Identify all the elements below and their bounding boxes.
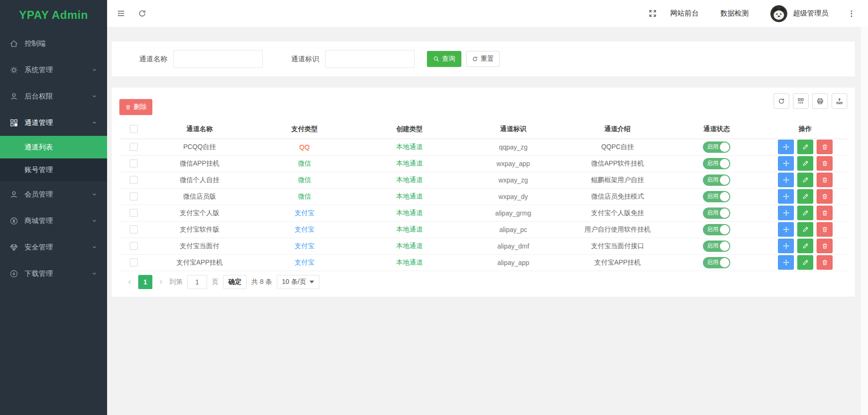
status-toggle[interactable]: 启用 bbox=[703, 241, 730, 252]
status-toggle[interactable]: 启用 bbox=[703, 141, 730, 153]
edit-button[interactable] bbox=[797, 206, 813, 220]
cell-create-type: 本地通道 bbox=[358, 139, 461, 155]
table-print-button[interactable] bbox=[812, 93, 828, 109]
row-checkbox[interactable] bbox=[130, 176, 138, 184]
edit-button[interactable] bbox=[797, 189, 813, 204]
page-size-select[interactable]: 10 条/页 bbox=[277, 275, 319, 289]
cell-pay-type: QQ bbox=[251, 139, 358, 155]
select-all-checkbox[interactable] bbox=[130, 125, 138, 133]
move-button[interactable] bbox=[778, 156, 794, 171]
status-toggle[interactable]: 启用 bbox=[703, 257, 730, 268]
reset-button[interactable]: 重置 bbox=[466, 51, 500, 67]
more-vertical-icon[interactable] bbox=[847, 9, 856, 18]
delete-row-button[interactable] bbox=[817, 189, 833, 204]
move-button[interactable] bbox=[778, 173, 794, 187]
chevron-down-icon bbox=[91, 93, 98, 100]
sidebar-item-system[interactable]: 系统管理 bbox=[0, 57, 107, 83]
delete-row-button[interactable] bbox=[817, 255, 833, 270]
submenu-item-channel-list[interactable]: 通道列表 bbox=[0, 136, 107, 158]
delete-row-button[interactable] bbox=[817, 140, 833, 154]
delete-row-button[interactable] bbox=[817, 173, 833, 187]
trash-icon bbox=[821, 209, 828, 216]
current-page[interactable]: 1 bbox=[138, 275, 152, 289]
row-checkbox[interactable] bbox=[130, 242, 138, 250]
move-button[interactable] bbox=[778, 222, 794, 237]
edit-button[interactable] bbox=[797, 239, 813, 253]
move-button[interactable] bbox=[778, 255, 794, 270]
edit-button[interactable] bbox=[797, 156, 813, 171]
row-checkbox[interactable] bbox=[130, 225, 138, 233]
sidebar-item-channels[interactable]: 通道管理 bbox=[0, 109, 107, 136]
fullscreen-icon[interactable] bbox=[648, 9, 657, 18]
status-toggle[interactable]: 启用 bbox=[703, 158, 730, 169]
topbar-right: 网站前台 数据检测 超级管理员 bbox=[648, 5, 859, 22]
move-button[interactable] bbox=[778, 206, 794, 220]
row-checkbox[interactable] bbox=[130, 192, 138, 200]
channel-code-input[interactable] bbox=[325, 50, 415, 68]
edit-button[interactable] bbox=[797, 255, 813, 270]
move-icon bbox=[783, 160, 790, 167]
confirm-page-button[interactable]: 确定 bbox=[223, 275, 247, 289]
avatar[interactable] bbox=[770, 5, 787, 22]
move-button[interactable] bbox=[778, 140, 794, 154]
sidebar-item-mall[interactable]: 商城管理 bbox=[0, 208, 107, 234]
table-refresh-button[interactable] bbox=[774, 93, 789, 109]
cell-create-type: 本地通道 bbox=[358, 238, 461, 254]
channel-name-input[interactable] bbox=[173, 50, 263, 68]
collapse-menu-icon[interactable] bbox=[117, 9, 125, 18]
status-toggle[interactable]: 启用 bbox=[703, 224, 730, 235]
nav-data-monitor[interactable]: 数据检测 bbox=[720, 9, 749, 18]
delete-button[interactable]: 删除 bbox=[119, 99, 152, 115]
sidebar-item-download[interactable]: 下载管理 bbox=[0, 260, 107, 287]
table-export-button[interactable] bbox=[832, 93, 847, 109]
goto-page-input[interactable] bbox=[187, 275, 207, 289]
sidebar-item-label: 后台权限 bbox=[25, 92, 53, 101]
edit-button[interactable] bbox=[797, 222, 813, 237]
search-panel: 通道名称 通道标识 查询 重置 bbox=[112, 42, 855, 76]
row-checkbox[interactable] bbox=[130, 143, 138, 151]
table-toolbar: 删除 bbox=[119, 99, 847, 115]
next-page-icon[interactable] bbox=[157, 278, 165, 286]
table-row: 支付宝APP挂机 支付宝 本地通道 alipay_app 支付宝APP挂机 启用 bbox=[119, 254, 847, 271]
status-toggle-label: 启用 bbox=[707, 258, 718, 266]
query-button[interactable]: 查询 bbox=[427, 51, 461, 67]
row-checkbox[interactable] bbox=[130, 209, 138, 217]
sidebar-item-members[interactable]: 会员管理 bbox=[0, 181, 107, 208]
delete-row-button[interactable] bbox=[817, 239, 833, 253]
delete-row-button[interactable] bbox=[817, 222, 833, 237]
table-row: 支付宝个人版 支付宝 本地通道 alipay_grmg 支付宝个人版免挂 启用 bbox=[119, 205, 847, 221]
table-row: 微信个人自挂 微信 本地通道 wxpay_zg 鲲鹏框架用户自挂 启用 bbox=[119, 172, 847, 188]
sidebar-item-control[interactable]: 控制端 bbox=[0, 30, 107, 57]
row-checkbox[interactable] bbox=[130, 159, 138, 167]
move-button[interactable] bbox=[778, 189, 794, 204]
scrollbar[interactable] bbox=[861, 27, 868, 415]
cell-pay-type: 支付宝 bbox=[251, 221, 358, 238]
row-actions bbox=[763, 189, 847, 204]
status-toggle[interactable]: 启用 bbox=[703, 208, 730, 219]
columns-icon bbox=[797, 97, 805, 105]
delete-row-button[interactable] bbox=[817, 206, 833, 220]
print-icon bbox=[816, 97, 824, 105]
refresh-icon[interactable] bbox=[138, 9, 147, 18]
delete-row-button[interactable] bbox=[817, 156, 833, 171]
cell-create-type: 本地通道 bbox=[358, 254, 461, 271]
row-checkbox[interactable] bbox=[130, 258, 138, 266]
nav-site-front[interactable]: 网站前台 bbox=[670, 9, 699, 18]
status-toggle[interactable]: 启用 bbox=[703, 191, 730, 202]
edit-button[interactable] bbox=[797, 140, 813, 154]
channel-code-label: 通道标识 bbox=[291, 55, 319, 64]
chevron-down-icon bbox=[91, 270, 98, 277]
topbar: 网站前台 数据检测 超级管理员 bbox=[107, 0, 868, 27]
submenu-item-account-manage[interactable]: 账号管理 bbox=[0, 158, 107, 181]
table-columns-button[interactable] bbox=[793, 93, 809, 109]
prev-page-icon[interactable] bbox=[126, 278, 134, 286]
edit-button[interactable] bbox=[797, 173, 813, 187]
move-button[interactable] bbox=[778, 239, 794, 253]
username[interactable]: 超级管理员 bbox=[793, 9, 828, 18]
export-icon bbox=[835, 97, 843, 105]
sidebar-item-permissions[interactable]: 后台权限 bbox=[0, 83, 107, 109]
cell-channel-code: alipay_grmg bbox=[461, 205, 565, 221]
cell-channel-desc: 鲲鹏框架用户自挂 bbox=[565, 172, 670, 188]
status-toggle[interactable]: 启用 bbox=[703, 174, 730, 186]
sidebar-item-security[interactable]: 安全管理 bbox=[0, 234, 107, 260]
